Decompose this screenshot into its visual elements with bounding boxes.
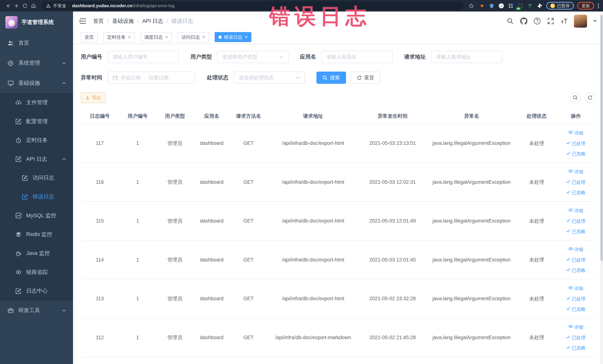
- avatar-caret-down-icon[interactable]: [593, 20, 597, 22]
- extension-proxy-on-icon[interactable]: on: [517, 3, 523, 9]
- paused-label: 已暂停: [557, 3, 570, 9]
- breadcrumb-item-2[interactable]: API 日志: [142, 17, 163, 25]
- sidebar-logo-row[interactable]: 芋道管理系统: [0, 12, 73, 33]
- sidebar-item-7[interactable]: 访问日志: [0, 169, 73, 188]
- breadcrumb-item-3[interactable]: 错误日志: [172, 17, 193, 25]
- breadcrumb-item-1[interactable]: 基础设施: [112, 17, 134, 25]
- close-tab-icon[interactable]: ×: [128, 35, 131, 40]
- action-link-2[interactable]: 已忽略: [558, 265, 594, 275]
- sidebar-item-13[interactable]: 日志中心: [0, 282, 73, 301]
- scrollbar-thumb[interactable]: [600, 15, 603, 261]
- address-bar[interactable]: 不安全 dashboard.yudao.iocoder.cn/infra/log…: [42, 1, 463, 10]
- export-button[interactable]: 导出: [81, 92, 106, 103]
- tab-label: 错误日志: [224, 34, 243, 40]
- sidebar-item-label: 日志中心: [26, 287, 48, 295]
- cell-status: 未处理: [517, 163, 556, 202]
- browser-reload-icon[interactable]: [21, 2, 29, 10]
- github-icon[interactable]: [520, 17, 527, 25]
- cell-method: GET: [230, 201, 267, 240]
- sidebar-item-1[interactable]: 系统管理: [0, 53, 73, 73]
- column-header-4: 请求方法名: [230, 108, 267, 124]
- date-range-picker[interactable]: 开始日期 - 结束日期: [108, 71, 195, 84]
- sidebar-item-9[interactable]: MySQL 监控: [0, 206, 73, 225]
- cell-method: GET: [230, 279, 267, 318]
- chrome-update-button[interactable]: 更新: [577, 2, 594, 10]
- toggle-search-button[interactable]: [570, 92, 581, 103]
- sidebar-item-11[interactable]: Java 监控: [0, 244, 73, 263]
- fullscreen-icon[interactable]: [547, 17, 554, 25]
- action-label: 详细: [574, 205, 583, 216]
- extension-paused-pill[interactable]: 已暂停: [546, 2, 574, 10]
- sidebar-item-5[interactable]: 定时任务: [0, 131, 73, 150]
- cell-app: dashboard: [194, 201, 230, 240]
- sidebar-item-2[interactable]: 基础设施: [0, 73, 73, 93]
- action-link-0[interactable]: 详细: [558, 205, 594, 216]
- request-url-input[interactable]: [431, 51, 502, 63]
- font-size-icon[interactable]: [561, 17, 568, 25]
- refresh-table-button[interactable]: [585, 92, 595, 103]
- breadcrumb-item-0[interactable]: 首页: [93, 17, 104, 25]
- sidebar-toggle-icon[interactable]: [79, 17, 87, 25]
- action-link-1[interactable]: 已处理: [558, 216, 594, 226]
- extension-sprout-icon[interactable]: [527, 3, 533, 9]
- bookmark-star-icon[interactable]: [467, 2, 475, 10]
- tab-3[interactable]: 访问日志×: [178, 32, 209, 42]
- close-tab-icon[interactable]: ×: [202, 35, 205, 40]
- app-name-input[interactable]: [321, 51, 393, 63]
- header-search-icon[interactable]: [507, 17, 514, 25]
- refresh-icon: [587, 95, 592, 100]
- sidebar-item-14[interactable]: 研发工具: [0, 300, 73, 320]
- sidebar-item-8[interactable]: 错误日志: [0, 187, 73, 206]
- action-link-0[interactable]: 详细: [558, 128, 594, 138]
- refresh-icon: [357, 75, 362, 80]
- action-link-0[interactable]: 详细: [558, 283, 594, 294]
- action-link-2[interactable]: 已忽略: [558, 226, 594, 237]
- sidebar-item-12[interactable]: 链路追踪: [0, 263, 73, 282]
- action-link-0[interactable]: 详细: [558, 166, 594, 177]
- reset-button[interactable]: 重置: [351, 71, 380, 84]
- action-link-1[interactable]: 已处理: [558, 177, 594, 187]
- tab-0[interactable]: 首页: [81, 32, 98, 42]
- action-link-2[interactable]: 已忽略: [558, 304, 594, 314]
- action-link-0[interactable]: 详细: [558, 244, 594, 255]
- tab-1[interactable]: 定时任务×: [104, 32, 135, 42]
- browser-home-icon[interactable]: [29, 2, 38, 10]
- cell-method: GET: [230, 240, 267, 280]
- cell-url: /api/infra/db-doc/export-html: [267, 279, 359, 318]
- extension-grid-icon[interactable]: [508, 3, 514, 9]
- action-label: 已忽略: [572, 187, 586, 198]
- action-link-0[interactable]: 详细: [558, 322, 594, 332]
- action-link-1[interactable]: 已处理: [558, 332, 594, 343]
- user-id-input[interactable]: [108, 51, 179, 63]
- action-link-1[interactable]: 已处理: [558, 255, 594, 265]
- extension-green-check-icon[interactable]: [498, 3, 504, 9]
- sidebar-item-0[interactable]: 首页: [0, 33, 73, 53]
- tab-4[interactable]: 错误日志×: [215, 32, 251, 42]
- cell-exception: java.lang.IllegalArgumentException: [426, 163, 517, 202]
- sidebar-item-4[interactable]: 配置管理: [0, 112, 73, 131]
- process-status-select[interactable]: 请选择处理状态: [234, 71, 305, 84]
- tab-2[interactable]: 调度日志×: [140, 32, 172, 42]
- search-button[interactable]: 搜索: [316, 71, 346, 84]
- action-link-1[interactable]: 已处理: [558, 138, 594, 149]
- close-tab-icon[interactable]: ×: [245, 35, 248, 40]
- browser-menu-icon[interactable]: [598, 3, 599, 9]
- action-link-2[interactable]: 已忽略: [558, 343, 594, 353]
- sidebar-item-10[interactable]: Redis 监控: [0, 225, 73, 244]
- action-link-1[interactable]: 已处理: [558, 294, 594, 304]
- browser-forward-icon[interactable]: [12, 2, 21, 10]
- browser-back-icon[interactable]: [4, 2, 12, 10]
- sidebar-item-3[interactable]: 文件管理: [0, 93, 73, 112]
- extension-blue-shield-icon[interactable]: [489, 3, 495, 9]
- extension-puzzle-icon[interactable]: [537, 3, 543, 9]
- close-tab-icon[interactable]: ×: [165, 35, 168, 40]
- cell-user_id: 1: [119, 279, 156, 318]
- help-icon[interactable]: [533, 17, 541, 25]
- eye-icon: [15, 269, 22, 275]
- extension-orange-ring-icon[interactable]: [479, 3, 485, 9]
- user-avatar[interactable]: [574, 15, 587, 28]
- action-link-2[interactable]: 已忽略: [558, 149, 594, 159]
- action-link-2[interactable]: 已忽略: [558, 187, 594, 198]
- user-type-select[interactable]: 请选择用户类型: [217, 51, 289, 63]
- sidebar-item-6[interactable]: API 日志: [0, 150, 73, 169]
